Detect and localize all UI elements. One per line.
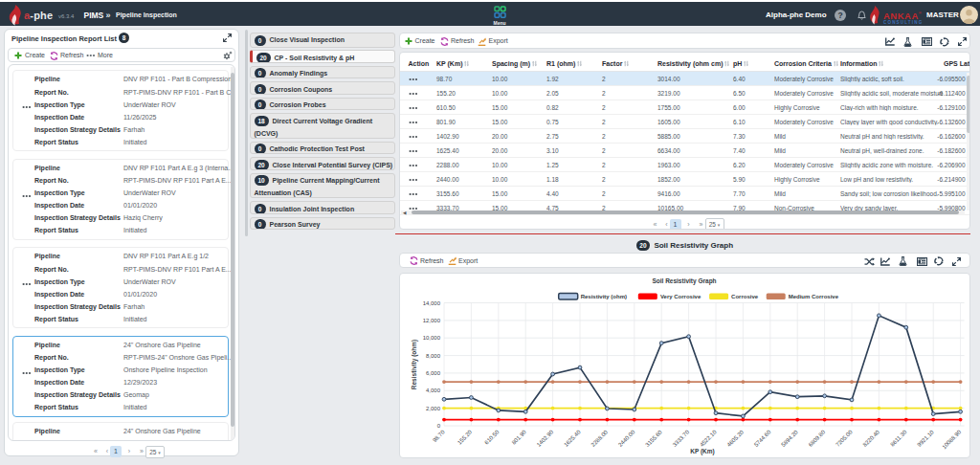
svg-text:9921.10: 9921.10 bbox=[916, 429, 935, 448]
svg-text:8,000: 8,000 bbox=[426, 353, 441, 359]
svg-text:Resistivity (ohm): Resistivity (ohm) bbox=[581, 294, 627, 299]
svg-text:4,000: 4,000 bbox=[426, 388, 441, 393]
svg-text:14,000: 14,000 bbox=[423, 300, 441, 306]
svg-text:801.90: 801.90 bbox=[511, 429, 528, 446]
svg-text:2,000: 2,000 bbox=[426, 406, 441, 411]
svg-text:KP (Km): KP (Km) bbox=[690, 448, 715, 455]
svg-text:8220.40: 8220.40 bbox=[862, 429, 881, 448]
svg-text:0: 0 bbox=[437, 423, 441, 429]
svg-text:2440.00: 2440.00 bbox=[617, 429, 636, 448]
svg-text:5894.20: 5894.20 bbox=[780, 429, 799, 448]
svg-text:?: ? bbox=[837, 11, 842, 20]
svg-text:5744.60: 5744.60 bbox=[753, 429, 772, 448]
svg-text:10088.90: 10088.90 bbox=[941, 429, 962, 450]
svg-text:Soil Resistivity Graph: Soil Resistivity Graph bbox=[652, 277, 716, 285]
svg-text:3333.70: 3333.70 bbox=[672, 429, 691, 448]
svg-text:4522.10: 4522.10 bbox=[699, 429, 718, 448]
svg-text:8611.30: 8611.30 bbox=[889, 429, 908, 448]
svg-text:155.20: 155.20 bbox=[457, 429, 474, 446]
svg-text:3155.60: 3155.60 bbox=[644, 429, 663, 448]
svg-text:2288.00: 2288.00 bbox=[590, 429, 610, 448]
svg-text:1402.90: 1402.90 bbox=[536, 429, 555, 448]
svg-text:98.70: 98.70 bbox=[432, 429, 446, 443]
svg-text:610.50: 610.50 bbox=[483, 429, 501, 446]
svg-text:1625.40: 1625.40 bbox=[563, 429, 582, 448]
svg-text:4605.20: 4605.20 bbox=[726, 429, 746, 448]
svg-text:Corrosive: Corrosive bbox=[731, 294, 759, 299]
svg-text:6,000: 6,000 bbox=[426, 370, 441, 376]
svg-text:6809.80: 6809.80 bbox=[808, 429, 827, 448]
svg-text:Resistivity (ohm): Resistivity (ohm) bbox=[411, 340, 418, 389]
svg-text:7205.00: 7205.00 bbox=[835, 429, 854, 448]
svg-text:12,000: 12,000 bbox=[423, 318, 441, 323]
svg-text:Medium Corrosive: Medium Corrosive bbox=[789, 294, 839, 299]
svg-text:10,000: 10,000 bbox=[423, 335, 441, 341]
svg-text:Very Corrosive: Very Corrosive bbox=[660, 294, 702, 299]
